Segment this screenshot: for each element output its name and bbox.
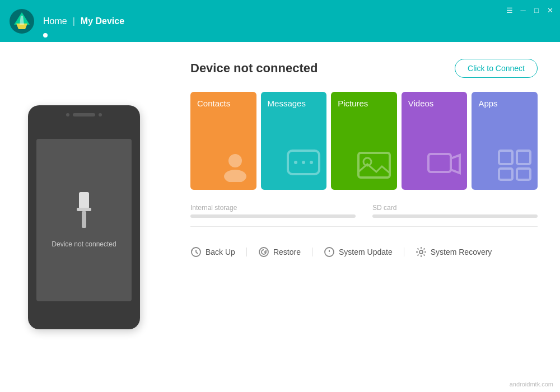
update-action[interactable]: System Update	[324, 246, 404, 258]
tile-contacts[interactable]: Contacts	[190, 92, 256, 190]
svg-point-8	[224, 170, 246, 182]
titlebar: Home | My Device ☰ ─ □ ✕	[0, 0, 560, 42]
svg-point-11	[302, 161, 305, 164]
recovery-label: System Recovery	[431, 248, 492, 256]
main-content: Device not connected Device not connecte…	[0, 42, 560, 392]
window-controls: ☰ ─ □ ✕	[505, 6, 554, 15]
recovery-icon	[416, 246, 427, 258]
internal-storage-bar-bg	[190, 214, 356, 218]
svg-rect-19	[517, 169, 530, 180]
minimize-button[interactable]: ─	[519, 6, 528, 15]
sd-card-storage: SD card	[372, 204, 538, 218]
storage-divider	[190, 226, 538, 227]
svg-rect-15	[428, 154, 451, 172]
storage-section: Internal storage SD card	[190, 204, 538, 235]
tile-videos[interactable]: Videos	[402, 92, 468, 190]
phone-speaker	[73, 113, 95, 116]
nav-mydevice[interactable]: My Device	[81, 16, 124, 26]
tile-messages[interactable]: Messages	[261, 92, 327, 190]
content-panel: Device not connected Click to Connect Co…	[168, 42, 560, 392]
tile-contacts-label: Contacts	[197, 99, 250, 108]
sd-card-label: SD card	[372, 204, 538, 212]
storage-row: Internal storage SD card	[190, 204, 538, 218]
maximize-button[interactable]: □	[532, 6, 541, 15]
svg-rect-17	[517, 151, 530, 164]
tile-videos-label: Videos	[408, 99, 461, 108]
backup-action[interactable]: Back Up	[190, 246, 246, 258]
svg-rect-16	[499, 151, 512, 164]
watermark: androidmtk.com	[510, 381, 553, 388]
restore-action[interactable]: Restore	[258, 246, 312, 258]
pictures-icon	[356, 148, 393, 184]
phone-top-bar	[66, 113, 102, 116]
actions-row: Back Up Restore	[190, 246, 538, 258]
restore-icon	[258, 246, 269, 258]
device-status-row: Device not connected Click to Connect	[190, 59, 538, 78]
tile-pictures-label: Pictures	[338, 99, 390, 108]
videos-icon	[426, 148, 463, 184]
svg-point-10	[294, 161, 297, 164]
internal-storage-label: Internal storage	[190, 204, 356, 212]
tile-messages-label: Messages	[268, 99, 320, 108]
phone-screen: Device not connected	[36, 139, 132, 301]
recovery-action[interactable]: System Recovery	[416, 246, 503, 258]
tiles-row: Contacts Messages	[190, 92, 538, 190]
app-logo	[8, 8, 35, 35]
svg-rect-18	[499, 169, 512, 180]
sep-1	[246, 248, 247, 256]
svg-rect-6	[82, 211, 86, 228]
svg-rect-5	[77, 208, 91, 211]
restore-label: Restore	[273, 248, 301, 256]
internal-storage: Internal storage	[190, 204, 356, 218]
nav-home[interactable]: Home	[43, 16, 67, 26]
phone-status-text: Device not connected	[52, 240, 116, 248]
nav-separator: |	[73, 16, 75, 26]
backup-label: Back Up	[206, 248, 235, 256]
backup-icon	[190, 246, 202, 258]
connect-button[interactable]: Click to Connect	[455, 59, 538, 78]
contacts-icon	[218, 148, 252, 184]
tile-apps[interactable]: Apps	[472, 92, 538, 190]
svg-rect-4	[79, 192, 89, 209]
phone-sensor	[99, 113, 102, 116]
sd-card-bar-bg	[372, 214, 538, 218]
phone-panel: Device not connected	[0, 42, 168, 392]
usb-icon	[70, 192, 98, 234]
device-status-heading: Device not connected	[190, 61, 318, 76]
svg-rect-13	[358, 153, 390, 178]
svg-point-7	[228, 154, 242, 167]
messages-icon	[286, 148, 322, 184]
phone-mockup: Device not connected	[28, 105, 140, 329]
sep-3	[404, 248, 404, 256]
tile-apps-label: Apps	[478, 99, 531, 108]
sep-2	[312, 248, 312, 256]
phone-camera	[66, 113, 69, 116]
update-icon	[324, 246, 335, 258]
update-label: System Update	[339, 248, 393, 256]
tile-pictures[interactable]: Pictures	[331, 92, 397, 190]
apps-icon	[497, 148, 533, 184]
close-button[interactable]: ✕	[545, 6, 554, 15]
svg-point-25	[419, 250, 423, 254]
svg-point-12	[310, 161, 313, 164]
nav-indicator	[43, 33, 48, 38]
menu-icon[interactable]: ☰	[505, 6, 514, 15]
